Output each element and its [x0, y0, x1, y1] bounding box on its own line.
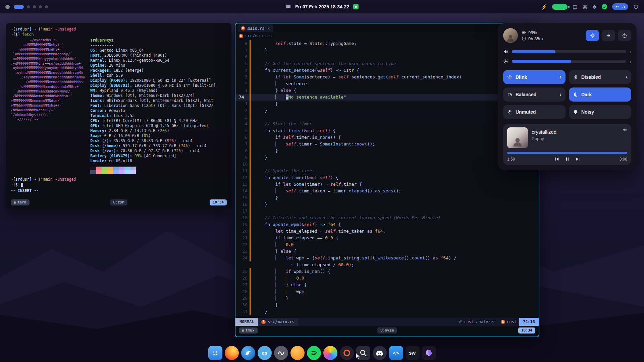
code-line[interactable]: 11 // Update the timer [235, 168, 539, 174]
spotify-icon[interactable] [602, 4, 607, 9]
code-line[interactable]: 31 } [235, 308, 539, 315]
toggle-noisy[interactable]: Noisy [569, 105, 631, 119]
code-line[interactable]: 28 ▏ ▏ wpm [235, 288, 539, 295]
sun-slider[interactable]: › [503, 59, 631, 64]
toggle-dark[interactable]: Dark [569, 87, 631, 102]
code-line[interactable]: 16 } [235, 201, 539, 208]
dock-icon-qbittorrent[interactable]: qb [258, 346, 272, 360]
code-line[interactable]: 18 // Calculate and return the current t… [235, 215, 539, 221]
code-line[interactable]: 26 ▏ ▏ 0.0 [235, 275, 539, 282]
tmux-session[interactable]: 0:zsh [110, 199, 127, 205]
dock-icon-dollar-app[interactable]: $W [406, 346, 420, 360]
dock-icon-discord[interactable] [373, 346, 387, 360]
workspace-dot-1[interactable] [27, 5, 30, 8]
command-line[interactable]: └[$] [11, 182, 227, 188]
code-line[interactable]: 25 ▏ if wpm.is_nan() { [235, 268, 539, 275]
power-icon[interactable] [633, 4, 639, 9]
code-line[interactable]: 23 } else { [235, 248, 539, 255]
code-line[interactable]: 12 fn update_timer(&mut self) { [235, 174, 539, 181]
toggle-disabled[interactable]: Disabled› [569, 70, 631, 84]
next-button[interactable] [575, 157, 580, 162]
clock[interactable]: Fri 07 Feb 2025 18:34:22 [295, 4, 349, 9]
code-line[interactable]: 2 ▏ sentence [235, 80, 539, 87]
code-line[interactable]: 30 } [235, 302, 539, 308]
pause-button[interactable] [565, 157, 570, 162]
command-icon[interactable]: ⌘ [582, 4, 587, 9]
code-line[interactable]: 6 if self.timer.is_none() { [235, 134, 539, 141]
code-line[interactable]: 5 fn start_timer(&mut self) { [235, 127, 539, 134]
chat-icon[interactable] [285, 4, 291, 10]
battery-indicator[interactable] [552, 4, 568, 10]
dock-icon-finder[interactable] [208, 346, 222, 360]
editor-window[interactable]: main.rs × src/main.rs 8 self.state = Sta… [235, 23, 539, 337]
dock-icon-orange-app[interactable] [290, 346, 305, 360]
workspace-dot-4[interactable] [45, 5, 48, 8]
chevron-right-icon[interactable]: › [630, 49, 631, 54]
code-line[interactable]: 10 [235, 161, 539, 168]
code-lines[interactable]: 8 self.state = State::TypingGame;7 }65 /… [235, 40, 539, 318]
code-line[interactable]: 14 ▏ self.time_taken = timer.elapsed().a… [235, 188, 539, 194]
tmux-session[interactable]: 0:nvim [377, 327, 397, 333]
avatar[interactable] [503, 28, 518, 43]
code-line[interactable]: 27 ▏ } else { [235, 282, 539, 288]
code-line[interactable]: 3 [235, 114, 539, 121]
dock-icon-photos[interactable] [323, 346, 337, 360]
status-indicator-icon[interactable] [353, 4, 359, 9]
code-line[interactable]: 17 [235, 208, 539, 215]
code-line[interactable]: 20 let time_elapsed = self.time_taken as… [235, 228, 539, 235]
code-line[interactable]: 5 // Get the current sentence the user n… [235, 60, 539, 67]
workspace-dot-0[interactable] [14, 5, 24, 9]
previous-button[interactable] [554, 157, 559, 162]
terminal-window[interactable]: ┌[srdusr]~main-unstaged └[$]fetch -/oydd… [6, 23, 231, 209]
code-line[interactable]: 4 // Start the timer [235, 121, 539, 127]
code-line[interactable]: 8 self.state = State::TypingGame; [235, 40, 539, 47]
workspace-dot-2[interactable] [33, 5, 36, 8]
chevron-right-icon[interactable]: › [630, 59, 631, 64]
code-line[interactable]: 7 ▏ self.timer = Some(Instant::now()); [235, 141, 539, 147]
code-line[interactable]: 9 } [235, 154, 539, 161]
dock-icon-firefox[interactable] [225, 346, 239, 360]
dock-icon-vscode[interactable]: </> [389, 346, 403, 360]
tmux-window-pill[interactable]: ▣tmux [239, 327, 258, 333]
code-line[interactable]: 21 if time_elapsed == 0.0 { [235, 235, 539, 241]
dock-icon-ring-app[interactable] [340, 346, 354, 360]
fan-icon[interactable]: ✻ [592, 4, 597, 9]
code-line[interactable]: 15 } [235, 194, 539, 201]
code-line[interactable]: 19 fn update_wpm(&self) -> f64 { [235, 221, 539, 228]
code-line[interactable]: 1 } else { [235, 87, 539, 94]
dock-icon-gray-app[interactable] [274, 346, 288, 360]
code-line[interactable]: 13 if let Some(timer) = self.timer { [235, 181, 539, 188]
toggle-balanced[interactable]: Balanced› [503, 87, 566, 102]
launcher-icon[interactable] [5, 5, 10, 9]
code-line[interactable]: 24 ▏ let wpm = (self.input_string.split_… [235, 255, 539, 261]
progress-bar[interactable] [507, 152, 627, 154]
code-line[interactable]: ↪ (time_elapsed / 60.0); [235, 261, 539, 268]
settings-button[interactable] [586, 30, 599, 41]
dock-icon-obsidian[interactable] [422, 346, 436, 360]
toggle-dlink[interactable]: Dlink› [503, 70, 566, 84]
audio-pill[interactable] [612, 3, 628, 10]
code-line[interactable]: 3 if let Some(sentence) = self.sentences… [235, 74, 539, 80]
terminal-body[interactable]: ┌[srdusr]~main-unstaged └[$]fetch -/oydd… [11, 27, 227, 198]
close-icon[interactable]: × [268, 26, 270, 31]
lightning-icon[interactable]: ⚡ [541, 4, 547, 9]
tray-icon[interactable]: ▤ [573, 4, 577, 9]
code-line[interactable]: 7 } [235, 47, 539, 54]
code-line[interactable]: 6 [235, 54, 539, 60]
code-line[interactable]: 8 } [235, 147, 539, 154]
dock-icon-thunderbird[interactable] [241, 346, 255, 360]
code-line[interactable]: 2 } [235, 107, 539, 114]
code-line[interactable]: 1 } [235, 101, 539, 107]
workspace-dot-3[interactable] [39, 5, 42, 8]
tmux-window-pill[interactable]: ▣term [11, 199, 30, 205]
tab-main-rs[interactable]: main.rs × [237, 24, 273, 32]
speaker-slider[interactable]: › [503, 49, 631, 54]
code-line[interactable]: 4 fn current_sentence(&self) -> &str { [235, 67, 539, 74]
logout-button[interactable] [602, 30, 615, 41]
code-line[interactable]: 74 ▏ "No sentence available" [235, 94, 539, 101]
toggle-unmuted[interactable]: Unmuted [503, 105, 566, 119]
code-line[interactable]: 22 ▏ 0.0 [235, 241, 539, 248]
code-line[interactable]: 29 ▏ } [235, 295, 539, 302]
speaker-icon[interactable] [623, 127, 627, 132]
power-button[interactable] [618, 30, 631, 41]
